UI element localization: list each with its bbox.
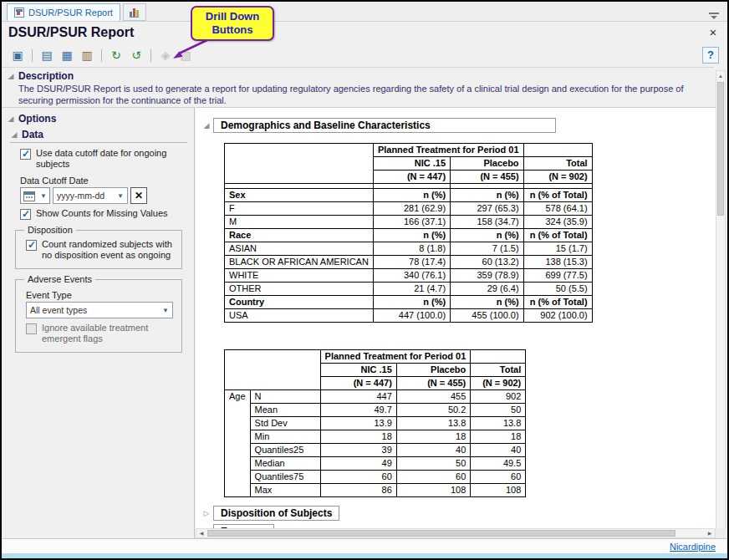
table-cell: Sex: [225, 189, 374, 202]
table-cell: n (%): [373, 189, 450, 202]
table-header-cell: (N = 902): [471, 377, 526, 390]
clear-date-button[interactable]: ✕: [130, 187, 147, 204]
data-table-icon[interactable]: ▤: [38, 46, 56, 64]
table-header-cell: Planned Treatment for Period 01: [320, 350, 471, 364]
table-cell: 50: [396, 457, 470, 471]
options-panel: Options Data Use data cutoff date for on…: [2, 107, 195, 538]
chevron-down-icon: ▼: [162, 307, 169, 314]
table-cell: n (%): [373, 229, 450, 242]
use-cutoff-checkbox[interactable]: [20, 149, 31, 160]
cutoff-date-label: Data Cutoff Date: [20, 176, 191, 186]
notes-icon[interactable]: ▥: [78, 46, 96, 64]
table-cell: 324 (35.9): [523, 216, 592, 229]
demographics-table: Planned Treatment for Period 01NIC .15Pl…: [224, 143, 593, 323]
date-format-dropdown[interactable]: yyyy-mm-dd ▼: [53, 187, 128, 204]
table-header-cell: [471, 350, 526, 364]
summary-table-icon[interactable]: ▦: [58, 46, 76, 64]
tab-dsur-psur-report[interactable]: DSUR/PSUR Report: [7, 3, 120, 21]
event-type-dropdown[interactable]: All event types ▼: [26, 302, 173, 318]
show-missing-checkbox[interactable]: [20, 209, 31, 220]
section-title-demographics[interactable]: Demographics and Baseline Characteristic…: [213, 118, 556, 133]
table-cell: 49: [320, 457, 396, 471]
table-cell: Quantiles25: [250, 444, 320, 457]
calendar-picker-button[interactable]: ▼: [20, 187, 50, 204]
horizontal-scrollbar-thumb[interactable]: [207, 530, 675, 537]
table-cell: N: [250, 390, 320, 404]
table-cell: 50 (5.5): [523, 283, 592, 296]
description-header: Description: [18, 70, 74, 82]
table-header-cell: Placebo: [451, 157, 524, 171]
table-cell: 50.2: [396, 404, 470, 417]
refresh-data-icon[interactable]: ↺: [127, 46, 145, 64]
table-cell: n (%): [373, 296, 450, 309]
table-cell: Min: [250, 430, 320, 444]
table-cell: 699 (77.5): [523, 269, 592, 283]
event-type-label: Event Type: [26, 290, 178, 300]
toolbar-button-group: ▣▤▦▥↻↺◈▧: [8, 46, 195, 64]
table-cell: M: [225, 216, 374, 229]
report-area: Demographics and Baseline Characteristic…: [196, 107, 716, 528]
table-cell: 78 (17.4): [373, 256, 450, 269]
toolbar-separator: [32, 49, 33, 62]
table-cell: Race: [225, 229, 374, 242]
table-cell: 902: [471, 390, 526, 404]
scroll-up-icon[interactable]: [716, 71, 725, 81]
title-row: DSUR/PSUR Report ×: [2, 22, 727, 43]
use-cutoff-label: Use data cutoff date for ongoing subject…: [36, 148, 180, 170]
dataset-link[interactable]: Nicardipine: [670, 542, 716, 552]
close-icon[interactable]: ×: [706, 26, 721, 39]
drill-down-callout: Drill Down Buttons: [191, 6, 274, 41]
disclosure-triangle-icon[interactable]: [202, 121, 211, 130]
disclosure-triangle-icon[interactable]: [7, 115, 15, 123]
vertical-scrollbar-thumb[interactable]: [717, 82, 724, 216]
description-section: Description The DSUR/PSUR Report is used…: [2, 67, 714, 107]
table-header-cell: Planned Treatment for Period 01: [373, 144, 523, 157]
table-cell: 49.5: [471, 457, 526, 471]
toolbar: ▣▤▦▥↻↺◈▧ ?: [5, 43, 722, 67]
section-title[interactable]: Disposition of Subjects: [213, 506, 339, 521]
scroll-left-icon[interactable]: [196, 529, 206, 537]
table-cell: 158 (34.7): [451, 216, 524, 229]
horizontal-scrollbar[interactable]: [196, 528, 716, 538]
table-header-cell: [523, 144, 592, 157]
table-cell: n (%): [451, 189, 524, 202]
options-header: Options: [18, 113, 56, 125]
table-header-cell: (N = 455): [396, 377, 470, 390]
status-bar: Nicardipine: [2, 538, 727, 553]
scroll-right-icon[interactable]: [705, 529, 715, 537]
table-cell: 578 (64.1): [523, 202, 592, 216]
disclosure-triangle-icon[interactable]: [10, 130, 18, 139]
collapse-ribbon-icon[interactable]: [709, 13, 719, 21]
table-cell: 340 (76.1): [373, 269, 450, 283]
rerun-analysis-icon[interactable]: ↻: [107, 46, 125, 64]
table-cell: 359 (78.9): [451, 269, 524, 283]
table-cell: n (%): [451, 229, 524, 242]
vertical-scrollbar[interactable]: [716, 70, 726, 538]
table-cell: 13.8: [471, 417, 526, 430]
open-report-icon[interactable]: ▣: [8, 46, 27, 64]
calendar-icon: [23, 191, 35, 201]
table-cell: 21 (4.7): [373, 283, 450, 296]
disclosure-triangle-icon[interactable]: [202, 509, 211, 517]
table-header-cell: NIC .15: [320, 364, 396, 377]
tab-label: DSUR/PSUR Report: [28, 8, 113, 18]
adverse-events-group: Adverse Events Event Type All event type…: [15, 279, 182, 353]
event-type-value: All event types: [30, 305, 87, 315]
section-disposition-of-subjects: Disposition of Subjects: [202, 506, 716, 521]
show-missing-label: Show Counts for Missing Values: [36, 208, 168, 219]
table-cell: Country: [225, 296, 374, 309]
disclosure-triangle-icon[interactable]: [7, 72, 15, 80]
table-cell: n (% of Total): [523, 189, 592, 202]
table-cell: 15 (1.7): [523, 242, 592, 256]
table-cell: 8 (1.8): [373, 242, 450, 256]
table-cell: 60: [320, 471, 396, 484]
disposition-checkbox[interactable]: [26, 240, 37, 251]
help-button[interactable]: ?: [702, 47, 719, 64]
app-window: DSUR/PSUR Report DSUR/PSUR Report × ▣▤▦▥…: [0, 0, 729, 560]
tab-chart[interactable]: [123, 3, 146, 21]
table-cell: 13.8: [396, 417, 470, 430]
table-cell: 297 (65.3): [451, 202, 524, 216]
collapsed-sections: Disposition of Subjects Exposure Adverse…: [201, 506, 716, 528]
age-statistics-table: Planned Treatment for Period 01NIC .15Pl…: [224, 349, 526, 497]
table-cell: 86: [320, 484, 396, 497]
